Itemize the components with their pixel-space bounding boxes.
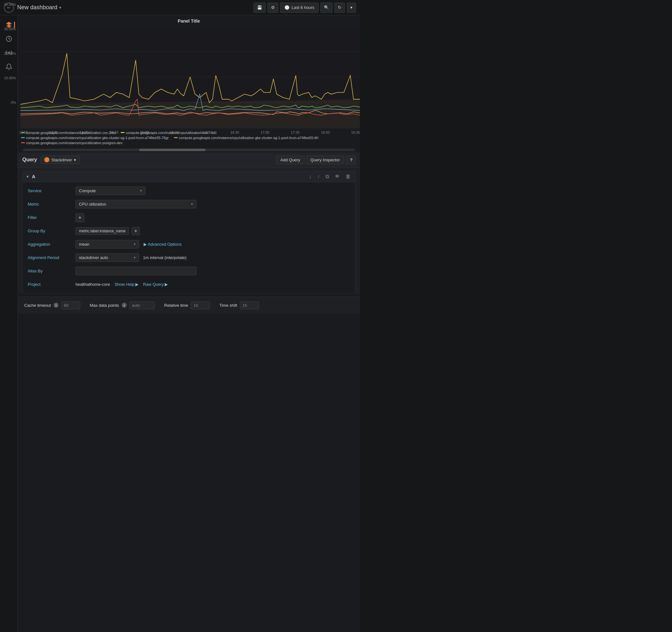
- legend-item-cos1hto: compute.googleapis.com/instance/cpu/util…: [21, 131, 116, 135]
- legend-item-cos74b0: compute.googleapis.com/instance/cpu/util…: [121, 131, 216, 135]
- relative-time-label: Relative time: [164, 303, 188, 308]
- legend-item-postgres: compute.googleapis.com/instance/cpu/util…: [21, 141, 123, 145]
- help-arrow-icon: ▶: [135, 282, 139, 287]
- query-help-button[interactable]: ?: [346, 156, 355, 164]
- legend-color-postgres: [21, 142, 25, 143]
- query-actions: Add Query Query Inspector ?: [276, 156, 355, 164]
- relative-time-group: Relative time: [164, 301, 210, 309]
- alias-control: [75, 267, 350, 275]
- toggle-visibility-button[interactable]: 👁: [333, 173, 341, 180]
- query-header: Query Stackdriver ▾ Add Query Query Insp…: [18, 152, 360, 168]
- group-by-control: metric.label.instance_name +: [75, 227, 350, 235]
- filter-row: Filter +: [28, 212, 350, 223]
- raw-query-link[interactable]: Raw Query ▶: [143, 282, 168, 287]
- time-shift-group: Time shift: [219, 301, 259, 309]
- legend-color-gke76gr: [21, 137, 25, 138]
- legend-color-cos74b0: [121, 132, 124, 133]
- time-shift-label: Time shift: [219, 303, 237, 308]
- delete-button[interactable]: 🗑: [344, 173, 352, 180]
- alias-input[interactable]: [75, 267, 196, 275]
- alias-label: Alias By: [28, 269, 75, 273]
- search-button[interactable]: 🔍: [320, 3, 333, 13]
- move-down-button[interactable]: ↓: [308, 173, 313, 180]
- dropdown-button[interactable]: ▾: [347, 3, 356, 13]
- metric-label: Metric: [28, 202, 75, 206]
- advanced-options-link[interactable]: ▶ Advanced Options: [144, 242, 182, 247]
- stackdriver-icon: [44, 157, 49, 162]
- raw-arrow-icon: ▶: [165, 282, 168, 287]
- metric-row: Metric CPU utilization ▾: [28, 199, 350, 210]
- top-nav: ← New dashboard ▾ 💾 ⚙ 🕐 Last 6 hours 🔍 ↻…: [0, 0, 360, 15]
- svg-marker-8: [20, 99, 360, 128]
- page-title: New dashboard ▾: [17, 4, 61, 11]
- clock-icon: 🕐: [284, 5, 289, 10]
- group-by-row: Group By metric.label.instance_name +: [28, 226, 350, 236]
- settings-button[interactable]: ⚙: [267, 3, 278, 13]
- show-help-link[interactable]: Show Help ▶: [114, 282, 139, 287]
- legend-color-cos1hto: [21, 132, 25, 133]
- cache-timeout-input[interactable]: [61, 301, 80, 309]
- scrollbar-thumb[interactable]: [139, 149, 206, 151]
- query-row-actions: ↓ ↑ ⧉ 👁 🗑: [308, 173, 352, 180]
- chart-svg: [20, 26, 360, 128]
- move-up-button[interactable]: ↑: [316, 173, 321, 180]
- panel-title: Panel Title: [18, 15, 360, 25]
- cache-timeout-group: Cache timeout ℹ: [24, 301, 80, 309]
- service-row: Service Compute ▾: [28, 185, 350, 196]
- metric-caret-icon: ▾: [191, 202, 193, 206]
- max-data-points-group: Max data points ℹ: [90, 301, 155, 309]
- legend-item-gke76gr: compute.googleapis.com/instance/cpu/util…: [21, 136, 169, 140]
- aggregation-control: mean ▾ ▶ Advanced Options: [75, 240, 350, 249]
- alignment-label: Alignment Period: [28, 255, 75, 260]
- service-control: Compute ▾: [75, 186, 350, 195]
- add-query-button[interactable]: Add Query: [276, 156, 304, 164]
- collapse-arrow-icon[interactable]: ▼: [26, 175, 29, 179]
- query-label: Query: [22, 157, 37, 162]
- alignment-control: stackdriver auto ▾ 1m interval (interpol…: [75, 253, 350, 262]
- filter-label: Filter: [28, 215, 75, 220]
- chart-scrollbar[interactable]: [23, 149, 355, 151]
- legend-item-gketfrl: compute.googleapis.com/instance/cpu/util…: [174, 136, 318, 140]
- alignment-caret-icon: ▾: [134, 256, 136, 260]
- aggregation-caret-icon: ▾: [134, 242, 136, 246]
- query-row-a-header: ▼ A ↓ ↑ ⧉ 👁 🗑: [23, 171, 355, 182]
- datasource-selector[interactable]: Stackdriver ▾: [41, 156, 80, 164]
- time-range-button[interactable]: 🕐 Last 6 hours: [280, 3, 318, 13]
- panel-wrapper: Panel Title 40.00% 30.00% 20.00% 10.00% …: [18, 15, 360, 151]
- aggregation-label: Aggregation: [28, 242, 75, 247]
- group-by-label: Group By: [28, 228, 75, 233]
- cache-timeout-info-icon[interactable]: ℹ: [53, 303, 58, 308]
- query-form: Service Compute ▾ Metric: [23, 182, 355, 293]
- chevron-down-icon: ▾: [350, 5, 353, 10]
- group-by-tag[interactable]: metric.label.instance_name: [75, 227, 129, 235]
- duplicate-button[interactable]: ⧉: [324, 173, 330, 180]
- search-icon: 🔍: [324, 5, 329, 10]
- query-inspector-button[interactable]: Query Inspector: [306, 156, 344, 164]
- filter-add-button[interactable]: +: [75, 213, 85, 222]
- content-area: Panel Title 40.00% 30.00% 20.00% 10.00% …: [18, 15, 360, 632]
- alias-row: Alias By: [28, 266, 350, 277]
- alignment-select[interactable]: stackdriver auto ▾: [75, 253, 139, 262]
- legend-color-gketfrl: [174, 137, 178, 138]
- query-panel: Query Stackdriver ▾ Add Query Query Insp…: [18, 152, 360, 294]
- service-select[interactable]: Compute ▾: [75, 186, 146, 195]
- title-caret-icon: ▾: [59, 5, 61, 10]
- refresh-button[interactable]: ↻: [334, 3, 345, 13]
- project-value: healthathome-core: [75, 282, 110, 287]
- max-data-points-input[interactable]: [129, 301, 155, 309]
- query-row-letter: A: [32, 174, 35, 179]
- aggregation-select[interactable]: mean ▾: [75, 240, 139, 249]
- refresh-icon: ↻: [338, 5, 341, 10]
- sidebar: [0, 15, 18, 632]
- max-data-points-info-icon[interactable]: ℹ: [122, 303, 127, 308]
- bottom-options: Cache timeout ℹ Max data points ℹ Relati…: [18, 297, 360, 314]
- filter-control: +: [75, 213, 350, 222]
- query-row-a: ▼ A ↓ ↑ ⧉ 👁 🗑 Service: [22, 171, 355, 294]
- save-icon: 💾: [257, 5, 262, 10]
- metric-select[interactable]: CPU utilization ▾: [75, 200, 196, 208]
- relative-time-input[interactable]: [191, 301, 210, 309]
- group-by-add-button[interactable]: +: [131, 227, 140, 235]
- alignment-extra: 1m interval (interpolate): [143, 255, 187, 260]
- save-button[interactable]: 💾: [254, 3, 266, 13]
- time-shift-input[interactable]: [240, 301, 259, 309]
